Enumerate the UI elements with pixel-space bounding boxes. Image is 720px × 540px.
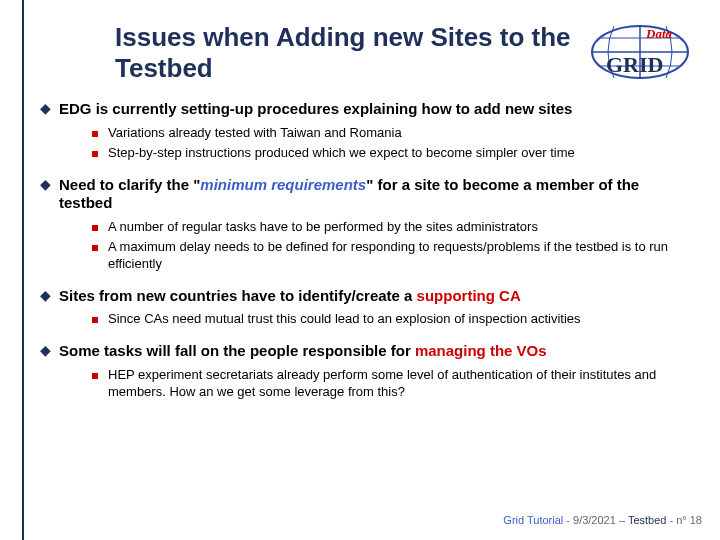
sub-item: Variations already tested with Taiwan an… xyxy=(92,125,695,142)
list-item: ◆ EDG is currently setting-up procedures… xyxy=(40,100,695,119)
highlight-red: supporting CA xyxy=(417,287,521,304)
content: ◆ EDG is currently setting-up procedures… xyxy=(40,100,695,415)
sub-item: Since CAs need mutual trust this could l… xyxy=(92,311,695,328)
sub-item: Step-by-step instructions produced which… xyxy=(92,145,695,162)
page-title: Issues when Adding new Sites to the Test… xyxy=(115,22,585,83)
sub-item-text: Step-by-step instructions produced which… xyxy=(108,145,575,162)
title-wrap: Issues when Adding new Sites to the Test… xyxy=(115,22,585,83)
footer-left: Grid Tutorial xyxy=(503,514,566,526)
square-icon xyxy=(92,151,98,157)
sub-list: Variations already tested with Taiwan an… xyxy=(92,125,695,162)
sub-item-text: HEP experiment secretariats already perf… xyxy=(108,367,695,401)
list-item: ◆ Sites from new countries have to ident… xyxy=(40,287,695,306)
square-icon xyxy=(92,225,98,231)
logo-text-data: Data xyxy=(645,26,673,41)
square-icon xyxy=(92,131,98,137)
vertical-rule xyxy=(22,0,24,540)
list-item: ◆ Some tasks will fall on the people res… xyxy=(40,342,695,361)
list-item-text: Need to clarify the "minimum requirement… xyxy=(59,176,695,214)
list-item-text: Sites from new countries have to identif… xyxy=(59,287,521,306)
square-icon xyxy=(92,373,98,379)
diamond-icon: ◆ xyxy=(40,100,51,118)
list-item-text: Some tasks will fall on the people respo… xyxy=(59,342,547,361)
highlight-blue: minimum requirements xyxy=(200,176,366,193)
sub-item: HEP experiment secretariats already perf… xyxy=(92,367,695,401)
sub-list: HEP experiment secretariats already perf… xyxy=(92,367,695,401)
list-item-text: EDG is currently setting-up procedures e… xyxy=(59,100,572,119)
square-icon xyxy=(92,317,98,323)
square-icon xyxy=(92,245,98,251)
datagrid-logo: Data GRID xyxy=(584,22,692,80)
sub-item-text: A number of regular tasks have to be per… xyxy=(108,219,538,236)
slide: Issues when Adding new Sites to the Test… xyxy=(0,0,720,540)
sub-list: Since CAs need mutual trust this could l… xyxy=(92,311,695,328)
logo-text-grid: GRID xyxy=(606,52,663,77)
sub-item: A maximum delay needs to be defined for … xyxy=(92,239,695,273)
sub-item-text: Since CAs need mutual trust this could l… xyxy=(108,311,581,328)
sub-list: A number of regular tasks have to be per… xyxy=(92,219,695,273)
list-item: ◆ Need to clarify the "minimum requireme… xyxy=(40,176,695,214)
highlight-red: managing the VOs xyxy=(415,342,547,359)
diamond-icon: ◆ xyxy=(40,176,51,194)
sub-item-text: A maximum delay needs to be defined for … xyxy=(108,239,695,273)
sub-item-text: Variations already tested with Taiwan an… xyxy=(108,125,402,142)
diamond-icon: ◆ xyxy=(40,287,51,305)
footer-date: - 9/3/2021 – xyxy=(566,514,628,526)
footer-mid: Testbed xyxy=(628,514,667,526)
footer: Grid Tutorial - 9/3/2021 – Testbed - n° … xyxy=(503,514,702,526)
sub-item: A number of regular tasks have to be per… xyxy=(92,219,695,236)
footer-page: - n° 18 xyxy=(666,514,702,526)
diamond-icon: ◆ xyxy=(40,342,51,360)
